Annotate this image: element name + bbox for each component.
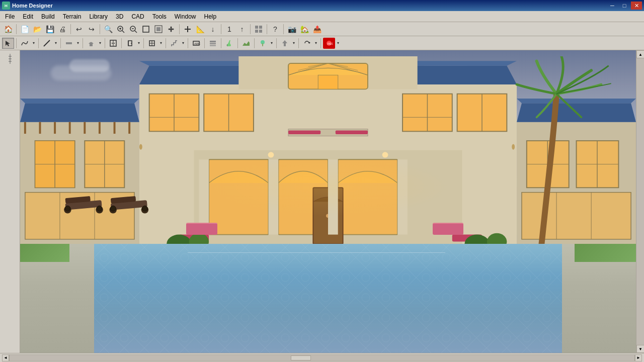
zoom-fit-button[interactable] [152, 24, 165, 35]
help-button[interactable]: ? [269, 24, 281, 35]
svg-point-128 [65, 206, 70, 211]
sep4 [179, 24, 180, 34]
scroll-track-v[interactable] [636, 58, 644, 345]
grid-button[interactable] [253, 24, 265, 35]
app-title: Home Designer [12, 3, 607, 9]
terrain-tool-button[interactable] [240, 38, 252, 49]
pan-button[interactable] [165, 24, 177, 35]
dd-arrow-stair[interactable]: ▾ [181, 38, 186, 49]
redo-button[interactable]: ↪ [86, 24, 98, 35]
scroll-thumb-h[interactable] [291, 355, 311, 360]
curve-tool-button[interactable] [19, 38, 31, 49]
svg-marker-47 [20, 99, 139, 103]
svg-marker-46 [20, 103, 139, 122]
svg-point-24 [131, 43, 132, 44]
layer-button[interactable] [207, 38, 219, 49]
menu-item-edit[interactable]: Edit [19, 12, 37, 21]
menu-item-library[interactable]: Library [85, 12, 112, 21]
close-button[interactable]: ✕ [631, 2, 642, 10]
left-panel [0, 50, 20, 353]
open-button[interactable]: 📂 [31, 24, 43, 35]
minimize-button[interactable]: ─ [607, 2, 618, 10]
window-tool-button[interactable] [146, 38, 158, 49]
sep-t2-6 [121, 38, 122, 48]
dd-arrow-wall[interactable]: ▾ [75, 38, 80, 49]
dd-arrow-record[interactable]: ▾ [336, 38, 341, 49]
menu-item-tools[interactable]: Tools [148, 12, 171, 21]
svg-point-129 [97, 206, 102, 211]
undo-button[interactable]: ↩ [73, 24, 85, 35]
sep-t2-10 [204, 38, 205, 48]
pointer-tool-button[interactable] [2, 38, 14, 49]
scroll-down-button[interactable]: ▼ [636, 345, 644, 353]
dd-arrow-rotate[interactable]: ▾ [313, 38, 318, 49]
wall-tool-button[interactable] [63, 38, 75, 49]
menu-item-cad[interactable]: CAD [127, 12, 148, 21]
zoom-box-button[interactable] [140, 24, 152, 35]
dd-arrow-line[interactable]: ▾ [53, 38, 58, 49]
horizontal-scroll-track[interactable] [9, 354, 635, 361]
add-button[interactable] [182, 24, 194, 35]
house3d-button[interactable]: 🏡 [298, 24, 310, 35]
new-button[interactable]: 📄 [19, 24, 31, 35]
measure-button[interactable]: 📐 [194, 24, 206, 35]
menu-item-file[interactable]: File [1, 12, 19, 21]
arrow-up-button[interactable]: ↑ [236, 24, 248, 35]
svg-point-135 [142, 206, 148, 211]
svg-rect-17 [66, 42, 72, 44]
menu-item-window[interactable]: Window [171, 12, 200, 21]
line-tool-button[interactable] [41, 38, 53, 49]
toolbar-1: 🏠 📄 📂 💾 🖨 ↩ ↪ 🔍 📐 ↓ 1 ↑ ? 📷 🏡 📤 [0, 22, 644, 36]
pool-shimmer-2 [188, 252, 445, 253]
dd-arrow-window[interactable]: ▾ [158, 38, 164, 49]
canvas-area[interactable] [20, 50, 636, 353]
door-tool-button[interactable] [124, 38, 136, 49]
menu-item-help[interactable]: Help [200, 12, 220, 21]
paint-tool-button[interactable] [223, 38, 235, 49]
home-button[interactable]: 🏠 [2, 24, 14, 35]
svg-rect-31 [210, 43, 216, 44]
zoom-out-button[interactable] [127, 24, 139, 35]
export-button[interactable]: 📤 [311, 24, 323, 35]
menu-item-terrain[interactable]: Terrain [59, 12, 86, 21]
zoom-in-button[interactable] [115, 24, 127, 35]
left-panel-btn-1[interactable] [3, 52, 18, 65]
maximize-button[interactable]: □ [619, 2, 630, 10]
find-button[interactable]: 🔍 [102, 24, 114, 35]
sep-t2-1 [16, 38, 17, 48]
move-tool-button[interactable] [279, 38, 291, 49]
svg-rect-7 [143, 26, 149, 32]
svg-rect-13 [259, 26, 262, 29]
sep-t2-12 [237, 38, 238, 48]
window-controls: ─ □ ✕ [607, 2, 642, 10]
rotate-tool-button[interactable] [301, 38, 313, 49]
svg-rect-92 [397, 159, 408, 234]
scroll-right-button[interactable]: ► [635, 354, 642, 361]
arrow-down-button[interactable]: ↓ [207, 24, 219, 35]
sep-t2-2 [38, 38, 39, 48]
sep-t2-9 [188, 38, 188, 48]
stair-tool-button[interactable] [168, 38, 180, 49]
sep-t2-14 [276, 38, 277, 48]
dd-arrow-plant[interactable]: ▾ [269, 38, 274, 49]
scroll-up-button[interactable]: ▲ [636, 50, 644, 58]
svg-rect-122 [139, 144, 142, 150]
floor-number[interactable]: 1 [223, 24, 235, 35]
print-button[interactable]: 🖨 [56, 24, 68, 35]
dd-arrow-door[interactable]: ▾ [136, 38, 141, 49]
dd-arrow-curve[interactable]: ▾ [31, 38, 36, 49]
dd-arrow-move[interactable]: ▾ [291, 38, 296, 49]
cabinet-tool-button[interactable] [107, 38, 119, 49]
record-button[interactable]: REC [323, 38, 335, 49]
stamp-tool-button[interactable] [85, 38, 97, 49]
menu-item-3d[interactable]: 3D [112, 12, 127, 21]
plant-tool-button[interactable] [257, 38, 269, 49]
save-button[interactable]: 💾 [44, 24, 56, 35]
dd-arrow-stamp[interactable]: ▾ [98, 38, 103, 49]
room-label-button[interactable]: ABC [190, 38, 202, 49]
sep3 [100, 24, 100, 34]
menu-item-build[interactable]: Build [37, 12, 59, 21]
camera-button[interactable]: 📷 [286, 24, 298, 35]
scroll-left-button[interactable]: ◄ [2, 354, 9, 361]
svg-marker-35 [282, 40, 287, 46]
